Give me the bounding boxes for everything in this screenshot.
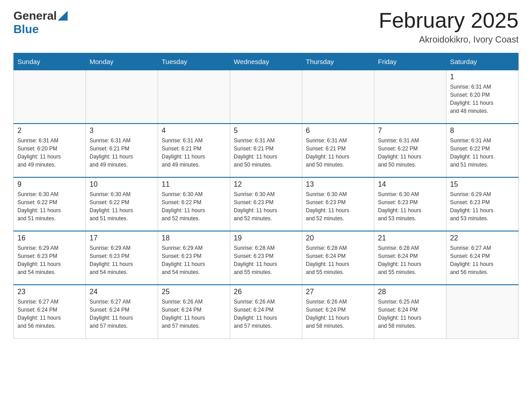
calendar-cell [230, 70, 302, 124]
day-info: Sunrise: 6:29 AM Sunset: 6:23 PM Dayligh… [450, 190, 515, 223]
day-number: 10 [90, 180, 154, 188]
day-number: 19 [234, 234, 298, 242]
day-info: Sunrise: 6:30 AM Sunset: 6:22 PM Dayligh… [90, 190, 154, 223]
calendar-cell: 12Sunrise: 6:30 AM Sunset: 6:23 PM Dayli… [230, 177, 302, 231]
day-number: 3 [90, 127, 154, 135]
calendar-cell: 26Sunrise: 6:26 AM Sunset: 6:24 PM Dayli… [230, 285, 302, 338]
calendar-cell: 14Sunrise: 6:30 AM Sunset: 6:23 PM Dayli… [374, 177, 446, 231]
day-header-sunday: Sunday [14, 53, 86, 70]
calendar-cell: 22Sunrise: 6:27 AM Sunset: 6:24 PM Dayli… [446, 231, 519, 285]
day-number: 16 [17, 234, 82, 242]
calendar-table: SundayMondayTuesdayWednesdayThursdayFrid… [13, 53, 519, 339]
day-info: Sunrise: 6:30 AM Sunset: 6:22 PM Dayligh… [162, 190, 226, 223]
calendar-cell: 20Sunrise: 6:28 AM Sunset: 6:24 PM Dayli… [302, 231, 374, 285]
day-number: 12 [234, 180, 298, 188]
logo-blue-text: Blue [13, 23, 68, 36]
calendar-cell: 21Sunrise: 6:28 AM Sunset: 6:24 PM Dayli… [374, 231, 446, 285]
day-info: Sunrise: 6:25 AM Sunset: 6:24 PM Dayligh… [378, 298, 442, 330]
calendar-cell [86, 70, 158, 124]
calendar-cell: 27Sunrise: 6:26 AM Sunset: 6:24 PM Dayli… [302, 285, 374, 338]
day-info: Sunrise: 6:31 AM Sunset: 6:20 PM Dayligh… [450, 83, 515, 115]
day-number: 15 [450, 180, 515, 188]
day-info: Sunrise: 6:30 AM Sunset: 6:23 PM Dayligh… [306, 190, 370, 223]
day-header-monday: Monday [86, 53, 158, 70]
logo-icon [58, 11, 68, 21]
day-number: 11 [162, 180, 226, 188]
day-info: Sunrise: 6:31 AM Sunset: 6:21 PM Dayligh… [90, 137, 154, 169]
day-header-saturday: Saturday [446, 53, 519, 70]
day-number: 28 [378, 288, 442, 296]
day-info: Sunrise: 6:31 AM Sunset: 6:22 PM Dayligh… [378, 137, 442, 169]
week-row-4: 16Sunrise: 6:29 AM Sunset: 6:23 PM Dayli… [14, 231, 519, 285]
week-row-5: 23Sunrise: 6:27 AM Sunset: 6:24 PM Dayli… [14, 285, 519, 338]
week-row-2: 2Sunrise: 6:31 AM Sunset: 6:20 PM Daylig… [14, 124, 519, 177]
day-number: 24 [90, 288, 154, 296]
day-info: Sunrise: 6:27 AM Sunset: 6:24 PM Dayligh… [90, 298, 154, 330]
day-number: 18 [162, 234, 226, 242]
calendar-cell: 5Sunrise: 6:31 AM Sunset: 6:21 PM Daylig… [230, 124, 302, 177]
day-info: Sunrise: 6:27 AM Sunset: 6:24 PM Dayligh… [17, 298, 82, 330]
day-info: Sunrise: 6:26 AM Sunset: 6:24 PM Dayligh… [306, 298, 370, 330]
week-row-3: 9Sunrise: 6:30 AM Sunset: 6:22 PM Daylig… [14, 177, 519, 231]
calendar-cell: 3Sunrise: 6:31 AM Sunset: 6:21 PM Daylig… [86, 124, 158, 177]
day-number: 9 [17, 180, 82, 188]
day-info: Sunrise: 6:28 AM Sunset: 6:24 PM Dayligh… [306, 244, 370, 276]
calendar-cell: 4Sunrise: 6:31 AM Sunset: 6:21 PM Daylig… [158, 124, 230, 177]
day-number: 27 [306, 288, 370, 296]
calendar-cell: 8Sunrise: 6:31 AM Sunset: 6:22 PM Daylig… [446, 124, 519, 177]
calendar-cell: 2Sunrise: 6:31 AM Sunset: 6:20 PM Daylig… [14, 124, 86, 177]
page-header: General Blue February 2025 Akroidokikro,… [13, 9, 519, 45]
day-number: 14 [378, 180, 442, 188]
svg-marker-0 [58, 11, 68, 21]
day-number: 26 [234, 288, 298, 296]
day-number: 20 [306, 234, 370, 242]
day-number: 4 [162, 127, 226, 135]
week-row-1: 1Sunrise: 6:31 AM Sunset: 6:20 PM Daylig… [14, 70, 519, 124]
calendar-cell: 24Sunrise: 6:27 AM Sunset: 6:24 PM Dayli… [86, 285, 158, 338]
day-info: Sunrise: 6:29 AM Sunset: 6:23 PM Dayligh… [162, 244, 226, 276]
day-info: Sunrise: 6:27 AM Sunset: 6:24 PM Dayligh… [450, 244, 515, 276]
day-info: Sunrise: 6:31 AM Sunset: 6:20 PM Dayligh… [17, 137, 82, 169]
day-info: Sunrise: 6:29 AM Sunset: 6:23 PM Dayligh… [90, 244, 154, 276]
calendar-cell: 10Sunrise: 6:30 AM Sunset: 6:22 PM Dayli… [86, 177, 158, 231]
day-info: Sunrise: 6:28 AM Sunset: 6:24 PM Dayligh… [378, 244, 442, 276]
day-number: 21 [378, 234, 442, 242]
day-header-friday: Friday [374, 53, 446, 70]
day-info: Sunrise: 6:31 AM Sunset: 6:21 PM Dayligh… [306, 137, 370, 169]
calendar-cell: 16Sunrise: 6:29 AM Sunset: 6:23 PM Dayli… [14, 231, 86, 285]
day-number: 22 [450, 234, 515, 242]
day-number: 7 [378, 127, 442, 135]
day-info: Sunrise: 6:26 AM Sunset: 6:24 PM Dayligh… [162, 298, 226, 330]
logo: General Blue [13, 9, 68, 36]
header-row: SundayMondayTuesdayWednesdayThursdayFrid… [14, 53, 519, 70]
logo-general-text: General [13, 9, 57, 23]
title-block: February 2025 Akroidokikro, Ivory Coast [379, 9, 519, 45]
calendar-cell: 28Sunrise: 6:25 AM Sunset: 6:24 PM Dayli… [374, 285, 446, 338]
calendar-cell [374, 70, 446, 124]
day-number: 2 [17, 127, 82, 135]
day-number: 5 [234, 127, 298, 135]
day-number: 8 [450, 127, 515, 135]
month-title: February 2025 [379, 9, 519, 33]
day-info: Sunrise: 6:31 AM Sunset: 6:21 PM Dayligh… [234, 137, 298, 169]
calendar-cell: 11Sunrise: 6:30 AM Sunset: 6:22 PM Dayli… [158, 177, 230, 231]
calendar-cell: 19Sunrise: 6:28 AM Sunset: 6:23 PM Dayli… [230, 231, 302, 285]
day-header-wednesday: Wednesday [230, 53, 302, 70]
calendar-cell: 13Sunrise: 6:30 AM Sunset: 6:23 PM Dayli… [302, 177, 374, 231]
calendar-cell: 15Sunrise: 6:29 AM Sunset: 6:23 PM Dayli… [446, 177, 519, 231]
calendar-cell [14, 70, 86, 124]
day-info: Sunrise: 6:28 AM Sunset: 6:23 PM Dayligh… [234, 244, 298, 276]
day-info: Sunrise: 6:31 AM Sunset: 6:22 PM Dayligh… [450, 137, 515, 169]
day-header-thursday: Thursday [302, 53, 374, 70]
day-info: Sunrise: 6:30 AM Sunset: 6:23 PM Dayligh… [378, 190, 442, 223]
calendar-cell: 23Sunrise: 6:27 AM Sunset: 6:24 PM Dayli… [14, 285, 86, 338]
day-info: Sunrise: 6:30 AM Sunset: 6:22 PM Dayligh… [17, 190, 82, 223]
day-number: 13 [306, 180, 370, 188]
calendar-cell: 1Sunrise: 6:31 AM Sunset: 6:20 PM Daylig… [446, 70, 519, 124]
calendar-cell [158, 70, 230, 124]
calendar-cell: 6Sunrise: 6:31 AM Sunset: 6:21 PM Daylig… [302, 124, 374, 177]
calendar-cell: 17Sunrise: 6:29 AM Sunset: 6:23 PM Dayli… [86, 231, 158, 285]
calendar-cell [302, 70, 374, 124]
day-info: Sunrise: 6:31 AM Sunset: 6:21 PM Dayligh… [162, 137, 226, 169]
day-number: 1 [450, 73, 515, 81]
